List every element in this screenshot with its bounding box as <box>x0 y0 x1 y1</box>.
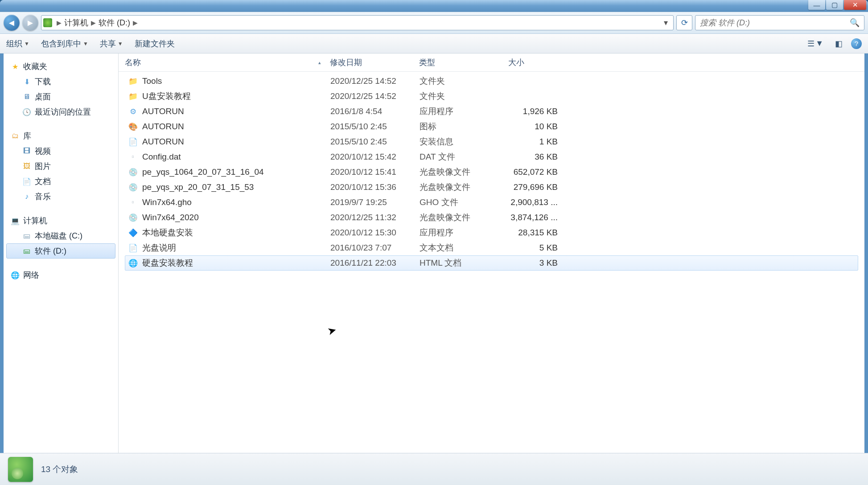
file-row[interactable]: 📄光盘说明2016/10/23 7:07文本文档5 KB <box>125 240 858 255</box>
library-header[interactable]: 🗂 库 <box>6 128 115 144</box>
disk-icon: 🖴 <box>22 247 31 255</box>
file-type: 应用程序 <box>420 106 509 117</box>
library-icon: 🗂 <box>11 132 20 140</box>
sidebar-item-drive-d[interactable]: 🖴 软件 (D:) <box>6 243 115 259</box>
file-type: 文件夹 <box>420 75 509 87</box>
network-group: 🌐 网络 <box>6 267 115 283</box>
sidebar-item-label: 本地磁盘 (C:) <box>35 230 82 241</box>
view-mode-button[interactable]: ☰ ▼ <box>804 37 827 50</box>
file-date: 2016/10/23 7:07 <box>330 243 420 253</box>
sort-indicator-icon: ▴ <box>318 60 321 66</box>
file-size: 3,874,126 ... <box>509 213 562 222</box>
desktop-icon: 🖥 <box>22 92 31 101</box>
file-name: 硬盘安装教程 <box>142 257 193 269</box>
file-name: Win7x64_2020 <box>142 213 199 222</box>
preview-pane-button[interactable]: ◧ <box>832 37 846 50</box>
chevron-down-icon: ▼ <box>815 39 823 48</box>
back-button[interactable]: ◄ <box>4 15 20 31</box>
minimize-button[interactable]: — <box>808 0 825 10</box>
sidebar-item-videos[interactable]: 🎞 视频 <box>6 144 115 159</box>
breadcrumb-sep-icon: ▶ <box>133 19 138 26</box>
file-name-cell: 🌐硬盘安装教程 <box>125 257 330 269</box>
chevron-down-icon: ▼ <box>118 41 123 47</box>
file-name: pe_yqs_1064_20_07_31_16_04 <box>142 167 264 177</box>
file-name-cell: 💿pe_yqs_xp_20_07_31_15_53 <box>125 182 330 192</box>
close-button[interactable]: ✕ <box>844 0 866 10</box>
breadcrumb-sep-icon: ▶ <box>57 19 62 26</box>
file-row[interactable]: 💿pe_yqs_1064_20_07_31_16_042020/10/12 15… <box>125 164 858 180</box>
breadcrumb-sep-icon: ▶ <box>91 19 96 26</box>
file-row[interactable]: 📁U盘安装教程2020/12/25 14:52文件夹 <box>125 89 858 104</box>
file-row[interactable]: ▫Config.dat2020/10/12 15:42DAT 文件36 KB <box>125 149 858 164</box>
file-row[interactable]: 💿Win7x64_20202020/12/25 11:32光盘映像文件3,874… <box>125 210 858 225</box>
file-row[interactable]: 💿pe_yqs_xp_20_07_31_15_532020/10/12 15:3… <box>125 180 858 195</box>
drive-icon <box>43 18 52 27</box>
organize-button[interactable]: 组织▼ <box>6 38 29 49</box>
computer-icon: 💻 <box>11 216 20 225</box>
recent-icon: 🕓 <box>22 107 31 116</box>
column-name[interactable]: 名称 ▴ <box>125 57 330 68</box>
network-header[interactable]: 🌐 网络 <box>6 267 115 283</box>
include-in-library-button[interactable]: 包含到库中▼ <box>41 38 88 49</box>
computer-group: 💻 计算机 🖴 本地磁盘 (C:) 🖴 软件 (D:) <box>6 213 115 259</box>
column-date[interactable]: 修改日期 <box>330 57 419 68</box>
sidebar-item-label: 最近访问的位置 <box>35 107 91 117</box>
file-name: Win7x64.gho <box>142 197 192 207</box>
file-rows: 📁Tools2020/12/25 14:52文件夹📁U盘安装教程2020/12/… <box>119 72 864 453</box>
search-icon[interactable]: 🔍 <box>850 18 860 28</box>
column-size[interactable]: 大小 <box>508 57 562 68</box>
new-folder-button[interactable]: 新建文件夹 <box>135 38 175 49</box>
file-row[interactable]: 🌐硬盘安装教程2016/11/21 22:03HTML 文档3 KB <box>125 255 858 271</box>
breadcrumb-drive[interactable]: 软件 (D:) <box>99 17 130 28</box>
file-row[interactable]: 🎨AUTORUN2015/5/10 2:45图标10 KB <box>125 119 858 134</box>
share-button[interactable]: 共享▼ <box>100 38 123 49</box>
picture-icon: 🖼 <box>22 162 31 171</box>
file-row[interactable]: 📁Tools2020/12/25 14:52文件夹 <box>125 74 858 89</box>
search-box[interactable]: 🔍 <box>695 15 864 30</box>
share-label: 共享 <box>100 38 116 49</box>
file-date: 2020/10/12 15:30 <box>330 228 420 238</box>
search-input[interactable] <box>700 18 850 28</box>
breadcrumb-root[interactable]: 计算机 <box>64 17 88 28</box>
sidebar-item-drive-c[interactable]: 🖴 本地磁盘 (C:) <box>6 228 115 243</box>
file-date: 2016/11/21 22:03 <box>330 258 420 268</box>
file-date: 2016/1/8 4:54 <box>330 107 420 116</box>
file-date: 2015/5/10 2:45 <box>330 137 420 147</box>
sidebar-item-documents[interactable]: 📄 文档 <box>6 174 115 189</box>
maximize-button[interactable]: ▢ <box>826 0 843 10</box>
column-type[interactable]: 类型 <box>419 57 508 68</box>
file-date: 2020/12/25 11:32 <box>330 213 420 222</box>
file-row[interactable]: ▫Win7x64.gho2019/9/7 19:25GHO 文件2,900,81… <box>125 195 858 210</box>
include-label: 包含到库中 <box>41 38 81 49</box>
file-row[interactable]: ⚙AUTORUN2016/1/8 4:54应用程序1,926 KB <box>125 104 858 119</box>
address-bar[interactable]: ▶ 计算机 ▶ 软件 (D:) ▶ ▾ <box>41 15 674 30</box>
sidebar-item-downloads[interactable]: ⬇ 下载 <box>6 74 115 89</box>
chevron-down-icon: ▼ <box>83 41 88 47</box>
file-type-icon: 📄 <box>128 137 138 147</box>
refresh-button[interactable]: ⟳ <box>676 15 692 30</box>
computer-header[interactable]: 💻 计算机 <box>6 213 115 228</box>
file-size: 279,696 KB <box>509 182 562 192</box>
file-name: 本地硬盘安装 <box>142 227 193 238</box>
file-name-cell: ▫Win7x64.gho <box>125 197 330 207</box>
document-icon: 📄 <box>22 177 31 186</box>
file-type-icon: 📁 <box>128 91 138 101</box>
sidebar-item-recent[interactable]: 🕓 最近访问的位置 <box>6 104 115 119</box>
file-name: AUTORUN <box>142 122 184 132</box>
help-button[interactable]: ? <box>851 38 862 49</box>
file-size: 2,900,813 ... <box>509 197 562 207</box>
address-dropdown-icon[interactable]: ▾ <box>660 18 671 28</box>
sidebar-item-music[interactable]: ♪ 音乐 <box>6 189 115 204</box>
sidebar-item-pictures[interactable]: 🖼 图片 <box>6 159 115 174</box>
music-icon: ♪ <box>22 192 31 201</box>
file-type-icon: ▫ <box>128 152 138 162</box>
forward-button[interactable]: ► <box>22 15 38 31</box>
file-name-cell: ▫Config.dat <box>125 152 330 162</box>
status-drive-icon <box>8 457 33 482</box>
sidebar-item-desktop[interactable]: 🖥 桌面 <box>6 89 115 104</box>
file-date: 2020/12/25 14:52 <box>330 76 420 86</box>
file-row[interactable]: 📄AUTORUN2015/5/10 2:45安装信息1 KB <box>125 134 858 149</box>
computer-label: 计算机 <box>23 215 47 226</box>
favorites-header[interactable]: ★ 收藏夹 <box>6 59 115 74</box>
file-row[interactable]: 🔷本地硬盘安装2020/10/12 15:30应用程序28,315 KB <box>125 225 858 240</box>
